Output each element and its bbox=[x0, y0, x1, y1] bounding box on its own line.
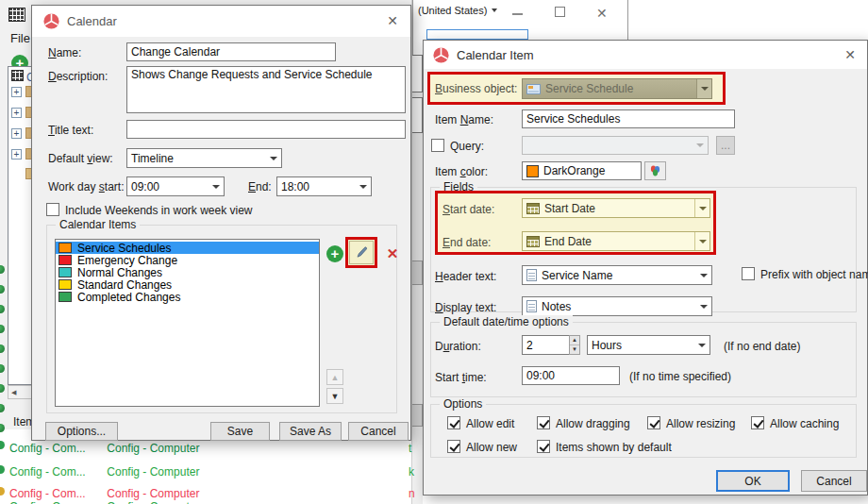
close-icon[interactable]: ✕ bbox=[844, 48, 856, 61]
hscrollbar[interactable]: ◀ bbox=[8, 385, 32, 399]
chevron-down-icon bbox=[356, 177, 371, 195]
move-up-button[interactable]: ▲ bbox=[326, 369, 343, 385]
file-menu[interactable]: File bbox=[10, 31, 30, 45]
default-view-select[interactable]: Timeline bbox=[126, 148, 282, 168]
chevron-down-icon bbox=[696, 266, 711, 284]
add-item-button[interactable]: + bbox=[324, 243, 346, 265]
region-dropdown[interactable]: (United States) bbox=[418, 5, 497, 16]
chevron-down-icon bbox=[492, 8, 497, 12]
include-weekends-label: Include Weekends in work week view bbox=[65, 204, 253, 217]
allow-dragging-label: Allow dragging bbox=[556, 417, 630, 430]
item-name-input[interactable] bbox=[522, 109, 735, 128]
include-weekends-checkbox[interactable] bbox=[46, 203, 59, 216]
chevron-down-icon bbox=[694, 232, 709, 250]
prefix-checkbox[interactable] bbox=[742, 267, 755, 280]
ok-button[interactable]: OK bbox=[716, 470, 790, 492]
delete-item-button[interactable]: ✕ bbox=[382, 243, 403, 264]
table-row[interactable]: Config - Com... Config - Computer bbox=[9, 500, 199, 504]
cancel-button[interactable]: Cancel bbox=[348, 422, 409, 441]
allow-caching-label: Allow caching bbox=[770, 417, 839, 430]
color-picker-button[interactable] bbox=[644, 161, 666, 180]
table-row[interactable]: Config - Com... Config - Computer bbox=[9, 487, 199, 500]
move-down-button[interactable]: ▼ bbox=[326, 388, 343, 404]
list-item-label: Service Schedules bbox=[77, 242, 171, 255]
app-logo-icon bbox=[433, 47, 449, 63]
end-time-select[interactable]: 18:00 bbox=[276, 176, 372, 196]
duration-unit-value: Hours bbox=[592, 339, 622, 352]
tree-expander-icon[interactable]: + bbox=[11, 128, 22, 139]
list-item[interactable]: Completed Changes bbox=[56, 291, 319, 303]
display-text-value: Notes bbox=[542, 300, 571, 313]
business-object-select[interactable]: Service Schedule bbox=[522, 78, 712, 99]
list-item[interactable]: Normal Changes bbox=[56, 266, 319, 278]
config-cell: Config - Computer bbox=[107, 465, 199, 479]
save-button[interactable]: Save bbox=[210, 422, 270, 441]
description-input[interactable]: Shows Change Requests and Service Schedu… bbox=[126, 66, 406, 113]
start-time-hint: (If no time specified) bbox=[629, 370, 731, 383]
tree-expander-icon[interactable]: + bbox=[11, 149, 22, 160]
query-select[interactable] bbox=[522, 136, 709, 155]
maximize-icon[interactable] bbox=[555, 7, 565, 17]
calendar-items-list[interactable]: Service Schedules Emergency Change Norma… bbox=[55, 239, 320, 407]
spin-down-icon[interactable]: ▼ bbox=[570, 345, 579, 354]
name-input[interactable] bbox=[126, 42, 336, 61]
tree-expander-icon[interactable]: + bbox=[11, 108, 22, 118]
list-item[interactable]: Service Schedules bbox=[56, 242, 319, 254]
duration-input[interactable] bbox=[522, 335, 569, 355]
items-shown-checkbox[interactable] bbox=[537, 440, 550, 453]
calendar-dialog-titlebar[interactable]: Calendar bbox=[32, 6, 410, 37]
allow-edit-checkbox[interactable] bbox=[447, 416, 460, 429]
duration-stepper[interactable]: ▲ ▼ bbox=[522, 335, 580, 355]
dialog-title: Calendar bbox=[67, 14, 117, 28]
allow-resizing-checkbox[interactable] bbox=[647, 416, 660, 429]
options-button[interactable]: Options... bbox=[45, 422, 118, 441]
end-date-select[interactable]: End Date bbox=[522, 231, 710, 251]
minimize-icon[interactable] bbox=[512, 13, 523, 15]
calendar-item-dialog-titlebar[interactable]: Calendar Item bbox=[424, 41, 867, 69]
region-dropdown-label: (United States) bbox=[418, 5, 487, 16]
start-time-input[interactable] bbox=[522, 366, 620, 385]
start-date-select[interactable]: Start Date bbox=[522, 198, 710, 218]
allow-new-checkbox[interactable] bbox=[447, 440, 460, 453]
close-icon[interactable]: ✕ bbox=[596, 6, 608, 21]
close-icon[interactable]: ✕ bbox=[387, 14, 398, 27]
focused-textbox-fragment[interactable] bbox=[426, 29, 528, 40]
config-cell: Config - Computer bbox=[107, 487, 199, 500]
delete-icon: ✕ bbox=[387, 245, 399, 262]
list-item[interactable]: Emergency Change bbox=[56, 254, 319, 266]
chevron-down-icon bbox=[694, 336, 709, 354]
item-color-label: Item color: bbox=[435, 165, 488, 178]
datetime-options-group: Default date/time options bbox=[430, 322, 857, 397]
query-browse-button[interactable]: ... bbox=[716, 136, 735, 155]
list-item-label: Completed Changes bbox=[77, 291, 180, 304]
prefix-checkbox-label: Prefix with object name bbox=[760, 268, 868, 281]
button-fragment bbox=[412, 404, 423, 427]
allow-dragging-checkbox[interactable] bbox=[537, 416, 550, 429]
title-text-input[interactable] bbox=[126, 120, 406, 139]
spin-up-icon[interactable]: ▲ bbox=[570, 336, 579, 345]
spinner-buttons[interactable]: ▲ ▼ bbox=[569, 335, 580, 355]
duration-label: Duration: bbox=[435, 340, 481, 353]
query-checkbox[interactable] bbox=[431, 139, 444, 152]
config-cell: Config - Com... bbox=[9, 442, 104, 455]
allow-caching-checkbox[interactable] bbox=[751, 416, 764, 429]
table-row[interactable]: Config - Com... Config - Computer bbox=[9, 442, 199, 455]
list-item[interactable]: Standard Changes bbox=[56, 278, 319, 291]
app-logo-icon bbox=[43, 13, 59, 29]
palette-icon bbox=[649, 165, 661, 177]
display-text-select[interactable]: Notes bbox=[522, 296, 712, 316]
duration-unit-select[interactable]: Hours bbox=[587, 335, 710, 355]
edit-item-button[interactable] bbox=[349, 241, 374, 264]
calendar-grid-icon[interactable] bbox=[8, 8, 25, 22]
cancel-button[interactable]: Cancel bbox=[801, 470, 867, 492]
work-day-start-select[interactable]: 09:00 bbox=[126, 176, 225, 196]
config-edge-cell: k bbox=[409, 465, 414, 479]
allow-new-label: Allow new bbox=[466, 441, 517, 454]
save-as-button[interactable]: Save As bbox=[279, 422, 342, 441]
item-color-field[interactable]: DarkOrange bbox=[522, 161, 642, 180]
table-row[interactable]: Config - Com... Config - Computer bbox=[9, 465, 199, 479]
config-cell: Config - Com... bbox=[9, 465, 104, 479]
header-text-select[interactable]: Service Name bbox=[522, 265, 712, 285]
tree-expander-icon[interactable]: + bbox=[11, 87, 22, 97]
chevron-down-icon bbox=[696, 297, 711, 315]
